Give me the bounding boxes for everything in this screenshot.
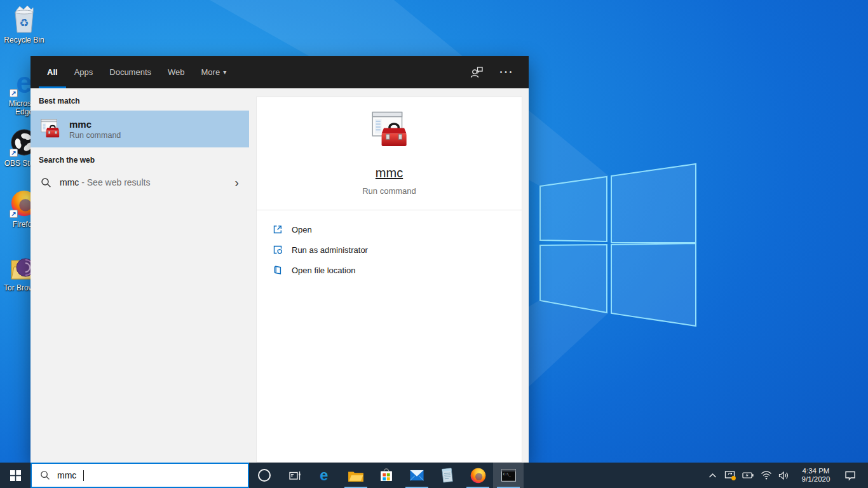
result-text: mmc Run command (69, 119, 121, 140)
ellipsis-icon: ••• (500, 69, 515, 76)
microsoft-store-icon (378, 466, 395, 484)
tray-volume-icon[interactable] (776, 463, 792, 488)
best-match-heading: Best match (31, 88, 249, 105)
web-query: mmc (60, 177, 79, 187)
desktop-icon-recycle-bin[interactable]: ♻ Recycle Bin (0, 4, 48, 44)
search-panel: All Apps Documents Web More▾ (31, 56, 529, 463)
taskbar-app-firefox[interactable] (463, 463, 493, 488)
tab-more[interactable]: More▾ (193, 56, 235, 88)
action-center-button[interactable] (840, 463, 860, 488)
firefox-icon (470, 467, 487, 484)
results-column: Best match (31, 88, 249, 463)
command-prompt-icon: C:\_ (500, 468, 517, 483)
display-icon (724, 470, 736, 481)
search-header-actions: ••• (469, 56, 515, 88)
mmc-icon (39, 118, 61, 140)
svg-text:♻: ♻ (19, 17, 29, 29)
task-view-icon (289, 470, 301, 481)
mail-icon (409, 468, 425, 482)
taskbar-app-notepad[interactable] (432, 463, 463, 488)
search-icon (40, 470, 50, 480)
result-title: mmc (69, 119, 121, 130)
chevron-up-icon (709, 473, 717, 478)
shortcut-arrow-icon: ↗ (10, 89, 18, 97)
taskbar-search-input[interactable]: mmc (31, 463, 249, 488)
chevron-right-icon: › (234, 176, 239, 189)
edge-icon: e (316, 466, 334, 484)
system-tray: 4:34 PM 9/1/2020 (705, 463, 868, 488)
task-view-button[interactable] (280, 463, 310, 488)
tab-all[interactable]: All (39, 56, 66, 88)
taskbar-app-mail[interactable] (402, 463, 432, 488)
feedback-button[interactable] (469, 65, 484, 80)
clock-date: 9/1/2020 (796, 475, 836, 484)
preview-title[interactable]: mmc (376, 166, 403, 180)
admin-shield-icon (273, 245, 283, 255)
search-icon (41, 177, 51, 188)
tab-label: Apps (74, 67, 93, 77)
file-explorer-icon (348, 468, 364, 482)
battery-charging-icon (742, 471, 754, 480)
svg-text:C:\_: C:\_ (503, 472, 511, 477)
preview-pane: mmc Run command Open (256, 97, 522, 463)
web-result-text: mmc - See web results (60, 177, 150, 187)
tab-apps[interactable]: Apps (66, 56, 102, 88)
wifi-icon (761, 471, 772, 480)
divider (257, 210, 522, 210)
more-options-button[interactable]: ••• (499, 65, 515, 80)
action-label: Run as administrator (292, 245, 368, 255)
chevron-down-icon: ▾ (223, 69, 226, 76)
web-suffix: - See web results (81, 177, 150, 187)
tab-label: Documents (109, 67, 151, 77)
clock-time: 4:34 PM (796, 467, 836, 476)
tray-battery-icon[interactable] (740, 463, 756, 488)
shortcut-arrow-icon: ↗ (10, 149, 18, 157)
action-label: Open (292, 225, 312, 234)
result-subtitle: Run command (69, 131, 121, 140)
tab-documents[interactable]: Documents (101, 56, 159, 88)
preview-subtitle: Run command (362, 186, 416, 196)
start-button[interactable] (0, 463, 31, 488)
best-match-result[interactable]: mmc Run command (31, 111, 249, 147)
volume-icon (778, 471, 789, 480)
action-open-file-location-button[interactable]: Open file location (257, 260, 522, 280)
taskbar-app-command-prompt[interactable]: C:\_ (493, 463, 524, 488)
tray-expand-button[interactable] (705, 463, 721, 488)
desktop: ♻ Recycle Bin e ↗ Microsoft Edge (0, 0, 868, 488)
search-web-heading: Search the web (31, 147, 249, 165)
windows-logo-icon (10, 470, 21, 481)
shortcut-arrow-icon: ↗ (10, 210, 18, 218)
mmc-icon-large (369, 110, 410, 151)
svg-text:e: e (320, 467, 328, 484)
cortana-icon (257, 468, 271, 482)
search-filter-tabs: All Apps Documents Web More▾ (39, 56, 469, 88)
taskbar-clock[interactable]: 4:34 PM 9/1/2020 (796, 467, 836, 484)
tray-wifi-icon[interactable] (758, 463, 774, 488)
search-input-value: mmc (57, 470, 76, 480)
taskbar-app-microsoft-store[interactable] (371, 463, 402, 488)
action-run-as-administrator-button[interactable]: Run as administrator (257, 240, 522, 260)
desktop-icon-label: Recycle Bin (0, 36, 48, 44)
search-results-area: Best match (31, 88, 529, 463)
taskbar-app-file-explorer[interactable] (341, 463, 371, 488)
text-cursor (83, 470, 84, 481)
tab-web[interactable]: Web (159, 56, 193, 88)
tab-label: More (201, 67, 220, 77)
tab-label: Web (168, 67, 185, 77)
feedback-person-icon (470, 66, 484, 79)
notepad-icon (440, 466, 455, 484)
tab-label: All (47, 67, 58, 77)
action-open-button[interactable]: Open (257, 219, 522, 240)
open-icon (273, 224, 283, 234)
action-list: Open Run as administrator (257, 219, 522, 280)
action-center-icon (844, 470, 856, 481)
search-filter-bar: All Apps Documents Web More▾ (31, 56, 529, 88)
taskbar-app-microsoft-edge[interactable]: e (310, 463, 341, 488)
web-search-result[interactable]: mmc - See web results › (31, 169, 249, 196)
cortana-button[interactable] (249, 463, 280, 488)
taskbar: mmc e (0, 463, 868, 488)
action-label: Open file location (292, 266, 355, 275)
tray-display-notification-icon[interactable] (722, 463, 738, 488)
taskbar-empty-area (524, 463, 705, 488)
recycle-bin-icon: ♻ (9, 4, 39, 34)
